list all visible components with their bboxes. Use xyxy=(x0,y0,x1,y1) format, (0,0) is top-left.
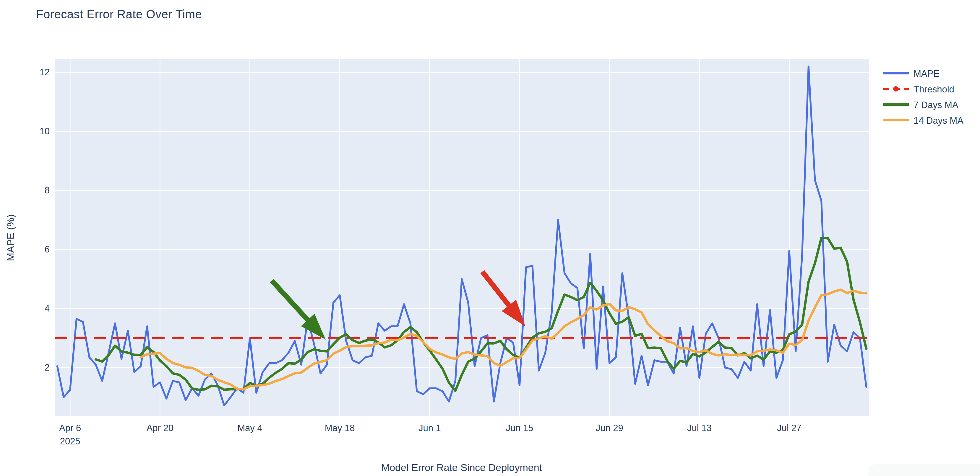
legend-label: Threshold xyxy=(913,84,954,95)
y-tick-label: 4 xyxy=(23,303,50,314)
x-tick-label: Jun 29 xyxy=(596,422,623,435)
x-tick-label: Apr 20 xyxy=(146,422,173,435)
x-tick-label: May 4 xyxy=(237,422,262,435)
x-tick-label: Apr 6 2025 xyxy=(59,422,81,448)
x-tick-label: Jun 1 xyxy=(418,422,441,435)
legend: MAPE Threshold 7 Days MA 14 Days MA xyxy=(882,68,963,131)
y-axis-title: MAPE (%) xyxy=(5,214,16,261)
legend-label: 14 Days MA xyxy=(913,116,963,126)
ma7-line-swatch-icon xyxy=(882,101,909,109)
y-tick-label: 6 xyxy=(23,244,50,255)
x-axis-title: Model Error Rate Since Deployment xyxy=(381,462,542,473)
legend-item-mape[interactable]: MAPE xyxy=(882,68,963,79)
chart-area: Forecast Error Rate Over Time MAPE (%) M… xyxy=(0,0,980,476)
y-tick-label: 12 xyxy=(23,67,50,78)
legend-item-threshold[interactable]: Threshold xyxy=(882,84,963,95)
corner-ghost-watermark xyxy=(868,464,980,476)
plot-background xyxy=(55,59,869,416)
y-tick-label: 2 xyxy=(23,362,50,373)
y-tick-label: 8 xyxy=(23,185,50,196)
x-tick-label: Jul 13 xyxy=(687,422,712,435)
legend-label: MAPE xyxy=(913,68,940,79)
x-tick-label: Jun 15 xyxy=(506,422,533,435)
y-tick-label: 10 xyxy=(23,126,50,137)
legend-label: 7 Days MA xyxy=(913,100,958,110)
x-tick-label: May 18 xyxy=(325,422,355,435)
ma14-line-swatch-icon xyxy=(882,117,909,125)
x-tick-label: Jul 27 xyxy=(777,422,802,435)
threshold-dash-swatch-icon xyxy=(882,86,909,93)
legend-item-ma14[interactable]: 14 Days MA xyxy=(882,116,963,126)
mape-line-swatch-icon xyxy=(882,70,909,78)
plot-canvas[interactable] xyxy=(0,0,980,476)
legend-item-ma7[interactable]: 7 Days MA xyxy=(882,100,963,110)
